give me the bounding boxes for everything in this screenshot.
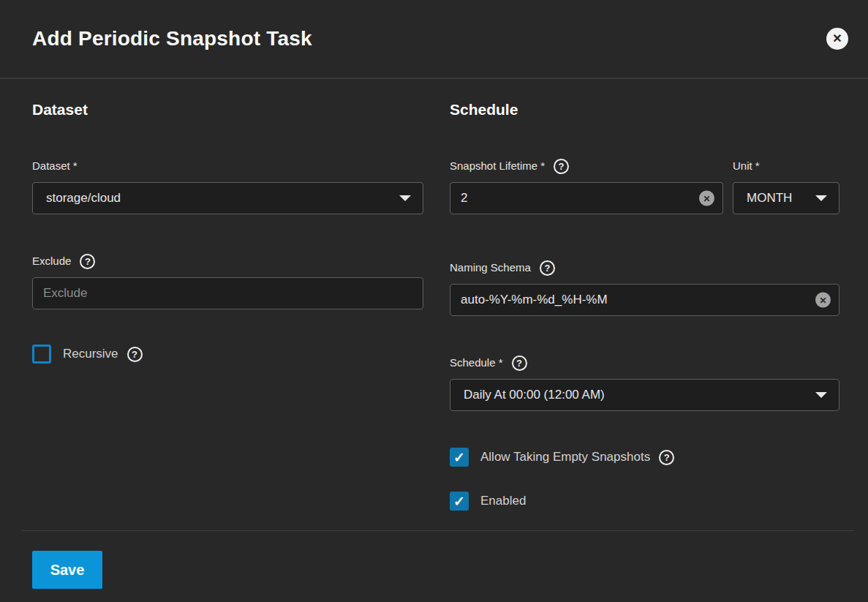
schedule-field: Schedule * ? Daily At 00:00 (12:00 AM) xyxy=(450,356,839,411)
snapshot-lifetime-label: Snapshot Lifetime * xyxy=(450,159,545,173)
chevron-down-icon xyxy=(815,392,827,398)
dataset-field: Dataset * storage/cloud xyxy=(32,159,423,214)
dataset-select-value: storage/cloud xyxy=(46,191,121,206)
dataset-select[interactable]: storage/cloud xyxy=(32,182,423,214)
allow-empty-label: Allow Taking Empty Snapshots xyxy=(480,450,650,464)
exclude-field: Exclude ? xyxy=(32,255,423,309)
close-icon: ✕ xyxy=(832,28,842,50)
unit-select[interactable]: MONTH xyxy=(733,182,839,214)
lifetime-unit-row: Snapshot Lifetime * ? ✕ Unit * MONTH xyxy=(450,159,839,214)
unit-field: Unit * MONTH xyxy=(733,159,839,214)
check-icon: ✓ xyxy=(453,494,465,508)
naming-schema-input[interactable] xyxy=(450,284,839,316)
unit-select-value: MONTH xyxy=(747,191,792,206)
chevron-down-icon xyxy=(399,195,411,201)
clear-icon[interactable]: ✕ xyxy=(699,191,714,206)
help-icon[interactable]: ? xyxy=(80,254,95,269)
clear-icon[interactable]: ✕ xyxy=(815,293,831,308)
dialog-body: Dataset Dataset * storage/cloud Exclude … xyxy=(0,79,868,511)
naming-schema-label: Naming Schema xyxy=(450,261,531,274)
dialog-title: Add Periodic Snapshot Task xyxy=(32,27,312,50)
check-icon: ✓ xyxy=(453,451,465,464)
unit-label: Unit * xyxy=(733,159,760,173)
snapshot-lifetime-input[interactable] xyxy=(450,182,723,214)
dataset-label: Dataset * xyxy=(32,159,78,173)
recursive-row: ✓ Recursive ? xyxy=(32,345,423,364)
enabled-checkbox[interactable]: ✓ xyxy=(450,492,469,511)
recursive-label: Recursive xyxy=(63,347,118,361)
dialog-footer: Save xyxy=(0,531,868,589)
help-icon[interactable]: ? xyxy=(554,159,569,174)
help-icon[interactable]: ? xyxy=(127,347,143,362)
schedule-select-value: Daily At 00:00 (12:00 AM) xyxy=(464,388,605,402)
exclude-input[interactable] xyxy=(32,277,423,309)
help-icon[interactable]: ? xyxy=(659,450,674,465)
schedule-section-title: Schedule xyxy=(450,101,839,118)
dataset-section-title: Dataset xyxy=(32,101,423,118)
snapshot-lifetime-field: Snapshot Lifetime * ? ✕ xyxy=(450,159,723,214)
save-button[interactable]: Save xyxy=(32,551,102,589)
allow-empty-checkbox[interactable]: ✓ xyxy=(450,448,469,467)
schedule-label: Schedule * xyxy=(450,356,503,369)
close-button[interactable]: ✕ xyxy=(826,28,848,50)
help-icon[interactable]: ? xyxy=(512,355,527,371)
enabled-row: ✓ Enabled xyxy=(450,492,839,511)
naming-schema-field: Naming Schema ? ✕ xyxy=(450,261,839,316)
schedule-select[interactable]: Daily At 00:00 (12:00 AM) xyxy=(450,379,839,411)
schedule-section: Schedule Snapshot Lifetime * ? ✕ Unit * xyxy=(450,101,839,511)
allow-empty-row: ✓ Allow Taking Empty Snapshots ? xyxy=(450,448,839,467)
exclude-label: Exclude xyxy=(32,255,71,268)
dataset-section: Dataset Dataset * storage/cloud Exclude … xyxy=(32,101,423,511)
recursive-checkbox[interactable]: ✓ xyxy=(32,345,51,364)
enabled-label: Enabled xyxy=(480,494,526,508)
add-periodic-snapshot-task-dialog: Add Periodic Snapshot Task ✕ Dataset Dat… xyxy=(0,0,868,602)
help-icon[interactable]: ? xyxy=(540,260,555,276)
dialog-header: Add Periodic Snapshot Task ✕ xyxy=(0,0,868,79)
chevron-down-icon xyxy=(815,195,827,201)
